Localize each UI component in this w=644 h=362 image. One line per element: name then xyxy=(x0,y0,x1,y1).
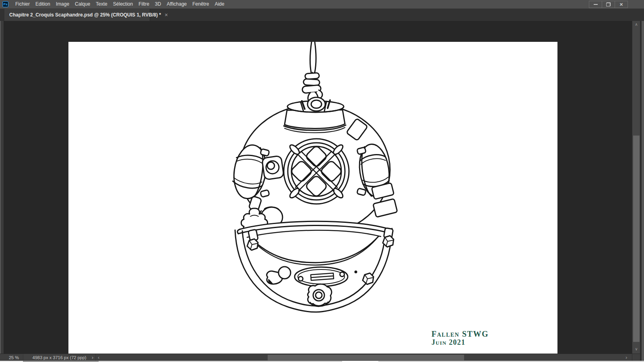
signature-date: Juin 2021 xyxy=(431,338,489,347)
scroll-up-icon[interactable]: ∧ xyxy=(632,22,640,27)
status-bar: 25 % 4983 px x 3716 px (72 ppp) › ‹ › xyxy=(0,354,632,361)
horizontal-scrollbar-thumb[interactable] xyxy=(268,355,464,360)
scrollbar-corner xyxy=(632,354,640,361)
document-tab-bar: Chapitre 2_Croquis Scaphandre.psd @ 25% … xyxy=(0,9,644,21)
menu-image[interactable]: Image xyxy=(53,0,72,8)
menu-3d[interactable]: 3D xyxy=(152,0,164,8)
artwork-signature: Fallen STWG Juin 2021 xyxy=(431,330,489,347)
status-flyout-icon[interactable]: › xyxy=(89,354,96,360)
scroll-down-icon[interactable]: ∨ xyxy=(632,347,640,351)
menu-edition[interactable]: Edition xyxy=(33,0,53,8)
window-controls: ✕ xyxy=(589,1,628,8)
minimize-button[interactable] xyxy=(589,1,602,8)
right-dock-strip xyxy=(642,9,644,362)
diving-helmet-sketch xyxy=(68,42,557,362)
document-tab[interactable]: Chapitre 2_Croquis Scaphandre.psd @ 25% … xyxy=(4,9,150,21)
zoom-level-field[interactable]: 25 % xyxy=(9,355,19,360)
photoshop-logo-icon: Ps xyxy=(2,1,8,7)
menu-calque[interactable]: Calque xyxy=(72,0,93,8)
close-icon: ✕ xyxy=(619,2,623,7)
menu-affichage[interactable]: Affichage xyxy=(164,0,190,8)
signature-name: Fallen STWG xyxy=(431,330,489,338)
left-dock-strip xyxy=(0,9,4,361)
menu-items: Fichier Edition Image Calque Texte Sélec… xyxy=(12,0,227,8)
restore-icon xyxy=(606,2,611,6)
menu-filtre[interactable]: Filtre xyxy=(136,0,152,8)
tab-close-icon[interactable]: × xyxy=(165,12,168,18)
restore-button[interactable] xyxy=(602,1,615,8)
vertical-scrollbar-thumb[interactable] xyxy=(633,136,640,342)
menu-bar: Ps Fichier Edition Image Calque Texte Sé… xyxy=(0,0,644,9)
menu-selection[interactable]: Sélection xyxy=(110,0,136,8)
scroll-left-icon[interactable]: ‹ xyxy=(98,354,99,360)
menu-texte[interactable]: Texte xyxy=(93,0,110,8)
close-button[interactable]: ✕ xyxy=(615,1,628,8)
menu-aide[interactable]: Aide xyxy=(212,0,227,8)
document-tab-title: Chapitre 2_Croquis Scaphandre.psd @ 25% … xyxy=(9,12,161,18)
menu-fichier[interactable]: Fichier xyxy=(12,0,33,8)
menu-fenetre[interactable]: Fenêtre xyxy=(190,0,212,8)
vertical-scrollbar[interactable]: ∧ ∨ xyxy=(632,21,640,354)
psd-document[interactable]: Fallen STWG Juin 2021 xyxy=(68,42,557,362)
canvas-work-area[interactable]: Fallen STWG Juin 2021 xyxy=(0,21,644,354)
minimize-icon xyxy=(594,4,598,5)
document-dimensions: 4983 px x 3716 px (72 ppp) xyxy=(33,355,87,360)
scroll-right-icon[interactable]: › xyxy=(625,354,627,360)
document-info-field: 4983 px x 3716 px (72 ppp) xyxy=(23,354,96,361)
